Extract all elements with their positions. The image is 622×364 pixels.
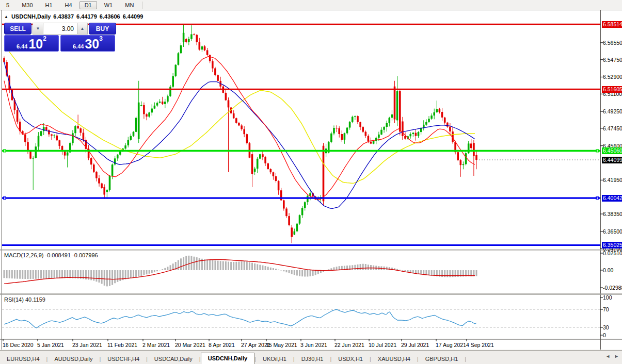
price-tick-label: 6.56550 [603, 40, 622, 46]
tab-separator: | [465, 356, 466, 364]
collapse-panel-icon[interactable]: ▲ [4, 14, 8, 19]
date-label: 15 May 2021 [266, 342, 297, 348]
ohlc-close: 6.44099 [123, 13, 143, 20]
date-label: 29 Jul 2021 [401, 342, 429, 348]
timeframe-button-mn[interactable]: MN [120, 1, 139, 9]
one-click-trade-panel: SELL ▼ 3.00 ▲ BUY 6.44 10 2 6.44 30 3 [4, 23, 116, 52]
chart-tab-usdx[interactable]: USDX,H1 [331, 354, 370, 364]
chart-tab-usdcad[interactable]: USDCAD,Daily [148, 354, 199, 364]
toolbar-separator [142, 2, 142, 9]
date-label: 3 Jun 2021 [300, 342, 327, 348]
price-level-badge: 6.58514 [602, 21, 622, 28]
chart-title-bar: ▲ USDCNH,Daily 6.43837 6.44179 6.43606 6… [4, 13, 146, 20]
date-axis[interactable]: 16 Dec 20205 Jan 202123 Jan 202111 Feb 2… [0, 340, 600, 350]
chart-tab-audusd[interactable]: AUDUSD,Daily [47, 354, 99, 364]
date-label: 17 Aug 2021 [436, 342, 466, 348]
chart-symbol-label: USDCNH,Daily [11, 13, 51, 20]
volume-input[interactable]: 3.00 [43, 23, 77, 34]
rsi-value: 40.1159 [25, 296, 45, 303]
ohlc-open: 6.43837 [53, 13, 74, 20]
date-label: 8 Apr 2021 [209, 342, 235, 348]
chart-tab-gbpusd[interactable]: GBPUSD,H1 [419, 354, 465, 364]
rsi-tick-label: 30 [603, 324, 609, 330]
date-label: 4 Sep 2021 [466, 342, 494, 348]
timeframe-button-d1[interactable]: D1 [79, 1, 97, 9]
macd-tick-label: -0.02988 [603, 285, 622, 291]
date-label: 11 Feb 2021 [107, 342, 137, 348]
timeframe-button-h1[interactable]: H1 [40, 1, 58, 9]
buy-price-display[interactable]: 6.44 30 3 [60, 35, 115, 52]
date-label: 23 Jan 2021 [72, 342, 102, 348]
timeframe-button-m30[interactable]: M30 [17, 1, 38, 9]
price-level-badge: 6.44099 [602, 157, 622, 163]
ohlc-high: 6.44179 [76, 13, 97, 20]
price-tick-label: 6.36500 [603, 228, 622, 235]
volume-spinner: ▼ 3.00 ▲ [33, 23, 88, 35]
date-label: 22 Jun 2021 [334, 342, 364, 348]
rsi-indicator-label: RSI(14) 40.1159 [4, 296, 45, 303]
chart-tab-usdcnh[interactable]: USDCNH,Daily [201, 353, 254, 364]
buy-button[interactable]: BUY [89, 23, 116, 35]
buy-price-pips: 30 [85, 38, 99, 50]
ohlc-low: 6.43606 [100, 13, 120, 20]
volume-increase-icon[interactable]: ▲ [77, 23, 87, 34]
chart-tab-dj30[interactable]: DJ30,H1 [295, 354, 330, 364]
price-tick-label: 6.49250 [603, 108, 622, 114]
price-tick-label: 6.38350 [603, 211, 622, 217]
tab-scroll-arrows: ◄ ► [605, 354, 619, 359]
price-scale-axis[interactable]: 6.565506.547506.529006.511006.492506.474… [602, 10, 622, 364]
chart-tab-eurusd[interactable]: EURUSD,H4 [0, 354, 46, 364]
chart-canvas[interactable] [0, 10, 622, 364]
date-label: 2 Mar 2021 [142, 342, 170, 348]
date-label: 16 Dec 2020 [3, 342, 34, 348]
date-label: 5 Jan 2021 [37, 342, 64, 348]
sell-button[interactable]: SELL [4, 23, 31, 35]
date-label: 10 Jul 2021 [369, 342, 396, 348]
macd-tick-label: 0.025108 [603, 250, 622, 256]
price-level-badge: 6.35025 [602, 242, 622, 249]
timeframe-button-w1[interactable]: W1 [99, 1, 118, 9]
chart-tab-usdchf[interactable]: USDCHF,H4 [101, 354, 146, 364]
chart-tab-xauusd[interactable]: XAUUSD,H4 [371, 354, 417, 364]
rsi-tick-label: 100 [603, 294, 612, 301]
sell-price-point: 2 [43, 36, 46, 41]
price-tick-label: 6.54750 [603, 57, 622, 63]
buy-price-point: 3 [99, 36, 103, 41]
buy-price-prefix: 6.44 [73, 43, 84, 50]
rsi-tick-label: 0 [603, 332, 606, 338]
rsi-tick-label: 70 [603, 306, 609, 312]
macd-value-main: -0.008491 [45, 252, 71, 258]
price-tick-label: 6.52900 [603, 74, 622, 80]
timeframe-button-5[interactable]: 5 [1, 1, 14, 9]
macd-indicator-label: MACD(12,26,9) -0.008491 -0.007996 [4, 252, 98, 258]
price-level-badge: 6.51605 [602, 86, 622, 93]
sell-price-pips: 10 [28, 38, 43, 50]
price-tick-label: 6.41950 [603, 177, 622, 183]
timeframe-toolbar: 5M30H1H4D1W1MN [0, 0, 622, 10]
chart-window: ▲ USDCNH,Daily 6.43837 6.44179 6.43606 6… [0, 10, 622, 350]
date-label: 20 Mar 2021 [175, 342, 205, 348]
price-tick-label: 6.47450 [603, 125, 622, 131]
sell-price-prefix: 6.44 [17, 43, 27, 50]
price-level-badge: 6.40042 [602, 195, 622, 202]
chart-tab-ukoil[interactable]: UKOil,H1 [256, 354, 293, 364]
tab-scroll-right-icon[interactable]: ► [614, 354, 619, 359]
timeframe-button-h4[interactable]: H4 [60, 1, 77, 9]
sell-price-display[interactable]: 6.44 10 2 [4, 35, 59, 52]
volume-decrease-icon[interactable]: ▼ [33, 23, 43, 34]
tab-scroll-left-icon[interactable]: ◄ [605, 354, 610, 359]
macd-tick-label: 0.00 [603, 267, 613, 273]
mt4-window: 5M30H1H4D1W1MN ▲ USDCNH,Daily 6.43837 6.… [0, 0, 622, 364]
macd-value-signal: -0.007996 [72, 252, 98, 258]
price-level-badge: 6.45060 [602, 147, 622, 154]
chart-tab-bar: EURUSD,H4|AUDUSD,Daily|USDCHF,H4|USDCAD,… [0, 350, 622, 364]
